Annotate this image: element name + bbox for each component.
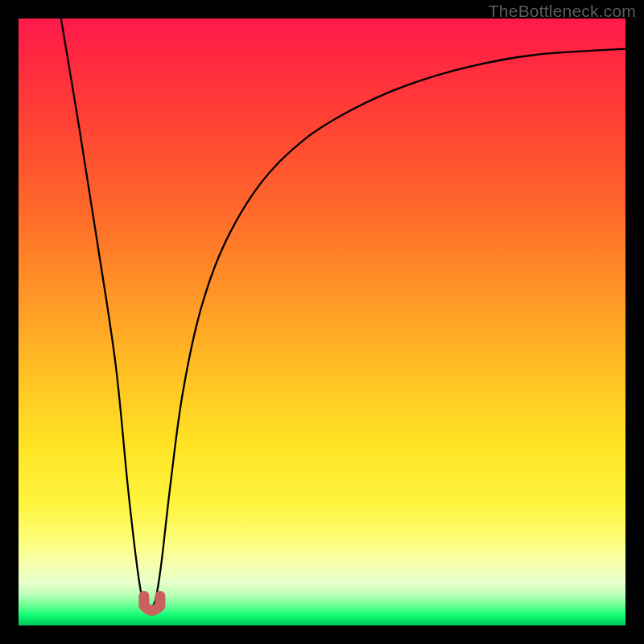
watermark-text: TheBottleneck.com xyxy=(489,2,636,21)
curve-layer xyxy=(19,19,625,625)
chart-frame: TheBottleneck.com xyxy=(0,0,644,644)
optimal-point-marker xyxy=(144,596,160,610)
plot-area xyxy=(19,19,625,625)
bottleneck-curve xyxy=(61,19,625,607)
